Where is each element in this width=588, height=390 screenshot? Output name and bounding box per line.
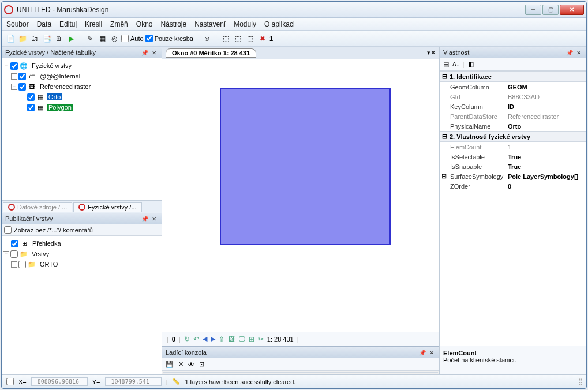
- tree-checkbox[interactable]: [10, 62, 18, 70]
- expand-icon[interactable]: +: [11, 261, 17, 268]
- prop-row: IsSnapableTrue: [440, 162, 586, 171]
- crop-icon[interactable]: ⊞: [249, 335, 254, 343]
- publication-tree[interactable]: ⊞ Přehledka − 📁 Vrstvy + 📁 ORTO: [2, 236, 162, 374]
- property-grid[interactable]: ⊟1. Identifikace GeomColumnGEOM GIdB88C3…: [440, 71, 586, 346]
- tool-delete-icon[interactable]: ✖: [257, 33, 268, 44]
- physical-layers-header: Fyzické vrstvy / Načtené tabulky 📌 ✕: [2, 47, 162, 58]
- tree-node-polygon[interactable]: ▦ Polygon: [3, 102, 160, 112]
- menu-edituj[interactable]: Edituj: [59, 20, 77, 28]
- content-area: Fyzické vrstvy / Načtené tabulky 📌 ✕ − 🌐…: [2, 47, 586, 374]
- toolbar-icon-3[interactable]: 🗂: [29, 33, 40, 44]
- categorized-icon[interactable]: ▤: [443, 61, 449, 68]
- tree-checkbox[interactable]: [18, 261, 26, 268]
- collapse-icon[interactable]: −: [3, 63, 9, 69]
- prop-category-2[interactable]: ⊟2. Vlastnosti fyzické vrstvy: [440, 131, 586, 142]
- menu-kresli[interactable]: Kresli: [85, 20, 102, 28]
- physical-tree[interactable]: − 🌐 Fyzické vrstvy + 🗃 @@@Internal: [2, 58, 162, 200]
- toolbar-icon-4[interactable]: 📑: [42, 33, 52, 44]
- collapse-all-icon[interactable]: ◧: [468, 61, 474, 68]
- tree-checkbox[interactable]: [10, 250, 18, 258]
- target-icon[interactable]: ◎: [109, 33, 119, 44]
- next-icon[interactable]: ▶: [211, 335, 215, 343]
- pin-icon[interactable]: 📌: [565, 48, 574, 57]
- pin-icon[interactable]: 📌: [141, 48, 149, 57]
- pencil-icon[interactable]: ✎: [85, 33, 95, 44]
- prop-category-1[interactable]: ⊟1. Identifikace: [440, 71, 586, 82]
- collapse-icon[interactable]: ⊟: [442, 73, 447, 80]
- expand-icon[interactable]: +: [11, 73, 17, 80]
- toolbar-icon-2[interactable]: 📁: [17, 33, 28, 44]
- map-canvas[interactable]: | 0 | ↻ ↶ ◀ ▶ ⇪ 🖼 🖵 ⊞ ✂ 1: 28 431 |: [162, 59, 439, 346]
- show-comments-row[interactable]: Zobraz bez /*...*/ komentářů: [2, 224, 162, 236]
- menu-data[interactable]: Data: [37, 20, 51, 28]
- minimize-button[interactable]: ─: [525, 5, 541, 15]
- status-checkbox[interactable]: [6, 378, 14, 385]
- pouze-kresba-checkbox[interactable]: Pouze kresba: [145, 35, 193, 42]
- tree-checkbox[interactable]: [18, 73, 26, 80]
- image-icon[interactable]: 🖼: [228, 335, 235, 343]
- tree-checkbox[interactable]: [18, 83, 26, 91]
- eye-icon[interactable]: 👁: [188, 361, 194, 368]
- toolbar-icon-1[interactable]: 📄: [5, 33, 16, 44]
- resize-grip[interactable]: ⣿: [578, 378, 582, 385]
- pin-icon[interactable]: 📌: [141, 215, 149, 223]
- face-icon[interactable]: ☺: [202, 33, 212, 44]
- layers-icon[interactable]: ▦: [97, 33, 107, 44]
- tool-sel3-icon[interactable]: ⬚: [245, 33, 256, 44]
- tree-node-internal[interactable]: + 🗃 @@@Internal: [3, 71, 160, 81]
- status-y-label: Y=: [92, 378, 100, 385]
- prev-icon[interactable]: ◀: [203, 335, 207, 343]
- menu-okno[interactable]: Okno: [136, 20, 153, 28]
- prop-row: ZOrder0: [440, 181, 586, 191]
- close-button[interactable]: ✕: [560, 5, 584, 15]
- menu-nastroje[interactable]: Nástroje: [160, 20, 186, 28]
- tool-sel2-icon[interactable]: ⬚: [233, 33, 244, 44]
- refresh-icon[interactable]: ↻: [184, 335, 190, 343]
- status-y-field[interactable]: [105, 377, 162, 386]
- tree-root[interactable]: − 🌐 Fyzické vrstvy: [3, 61, 160, 71]
- pin-icon[interactable]: 📌: [418, 348, 426, 357]
- maximize-button[interactable]: ▢: [542, 5, 559, 15]
- auto-checkbox[interactable]: Auto: [121, 35, 144, 42]
- collapse-icon[interactable]: ⊟: [442, 133, 447, 140]
- menu-oaplikaci[interactable]: O aplikaci: [264, 20, 295, 28]
- export-icon[interactable]: ⇪: [219, 335, 224, 343]
- menu-nastaveni[interactable]: Nastavení: [194, 20, 226, 28]
- menu-zmen[interactable]: Změň: [110, 20, 128, 28]
- pub-node-prehledka[interactable]: ⊞ Přehledka: [3, 238, 160, 249]
- panel-close-icon[interactable]: ✕: [150, 48, 158, 57]
- status-x-field[interactable]: [31, 377, 88, 386]
- tree-checkbox[interactable]: [11, 240, 18, 247]
- document-tab[interactable]: Okno #0 Měřítko 1: 28 431: [166, 48, 256, 58]
- sort-az-icon[interactable]: A↓: [452, 61, 459, 68]
- tree-node-refraster[interactable]: − 🖼 Referenced raster: [3, 81, 160, 92]
- panel-close-icon[interactable]: ✕: [428, 348, 436, 357]
- expand-icon[interactable]: ⊞: [440, 172, 448, 180]
- tree-checkbox[interactable]: [27, 104, 35, 111]
- collapse-icon[interactable]: −: [11, 84, 17, 90]
- menu-soubor[interactable]: Soubor: [6, 20, 29, 28]
- tool-sel1-icon[interactable]: ⬚: [221, 33, 231, 44]
- collapse-icon[interactable]: −: [3, 251, 9, 257]
- pub-node-vrstvy[interactable]: − 📁 Vrstvy: [3, 249, 160, 259]
- left-tab-strip: Datové zdroje / ... Fyzické vrstvy /...: [2, 200, 162, 213]
- window-icon[interactable]: ⊡: [199, 361, 204, 368]
- save-icon[interactable]: 💾: [166, 361, 174, 368]
- undo-icon[interactable]: ↶: [193, 335, 199, 343]
- toolbar-icon-5[interactable]: 🗎: [54, 33, 64, 44]
- debug-output[interactable]: [163, 372, 438, 373]
- panel-close-icon[interactable]: ✕: [150, 215, 158, 223]
- doc-close-icon[interactable]: ✕: [430, 49, 436, 57]
- tree-node-orto[interactable]: ▦ Orto: [3, 92, 160, 102]
- menu-moduly[interactable]: Moduly: [234, 20, 256, 28]
- tab-physical-layers[interactable]: Fyzické vrstvy /...: [73, 202, 141, 212]
- clear-icon[interactable]: ✕: [178, 361, 183, 368]
- pub-node-orto[interactable]: + 📁 ORTO: [3, 259, 160, 269]
- show-comments-checkbox[interactable]: [4, 226, 12, 234]
- play-icon[interactable]: ▶: [66, 33, 76, 44]
- tab-data-sources[interactable]: Datové zdroje / ...: [3, 202, 72, 212]
- screen-icon[interactable]: 🖵: [238, 335, 245, 343]
- tools-icon[interactable]: ✂: [258, 335, 264, 343]
- panel-close-icon[interactable]: ✕: [575, 48, 583, 57]
- tree-checkbox[interactable]: [27, 93, 35, 101]
